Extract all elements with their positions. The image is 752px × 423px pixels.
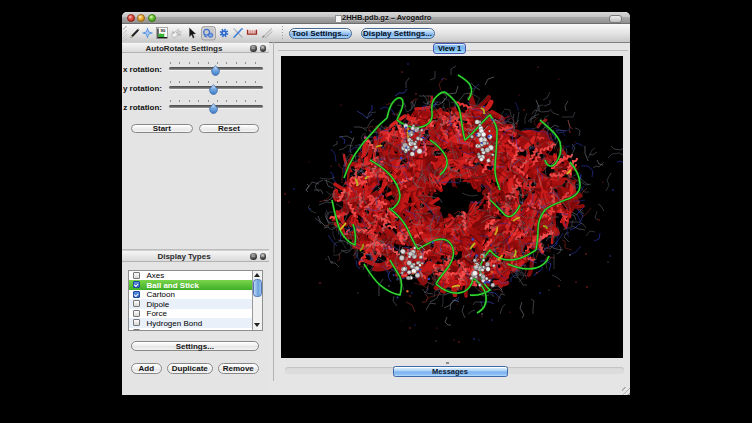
svg-text:90: 90 xyxy=(161,28,166,33)
